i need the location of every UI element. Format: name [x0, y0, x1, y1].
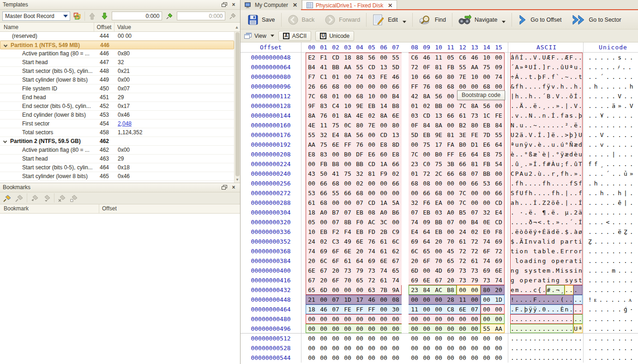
ascii-char[interactable]: . — [524, 82, 528, 91]
template-row[interactable]: File system ID4500x07 — [0, 84, 234, 93]
hex-row-ascii[interactable]: tion table.Error — [508, 246, 584, 256]
ascii-char[interactable]: t — [533, 246, 537, 256]
hex-byte[interactable]: 0F — [421, 62, 433, 72]
ascii-char[interactable] — [560, 275, 565, 285]
hex-byte[interactable]: 69 — [481, 266, 493, 275]
hex-byte[interactable]: 00 — [481, 198, 493, 208]
hex-byte[interactable]: 68 — [354, 188, 366, 198]
ascii-char[interactable]: . — [560, 53, 565, 62]
ascii-char[interactable]: C — [510, 169, 515, 179]
hex-byte[interactable]: A0 — [378, 208, 390, 217]
hex-byte[interactable]: 6E — [306, 266, 318, 275]
ascii-char[interactable]: Z — [542, 198, 547, 208]
hex-byte[interactable]: 76 — [318, 111, 330, 120]
hex-byte[interactable]: 00 — [421, 353, 433, 363]
hex-row-bytes[interactable]: 0500078BF0AC3C007409BB0700B40ECD — [301, 217, 508, 227]
hex-row-ascii[interactable]: ................ — [508, 343, 584, 353]
ascii-char[interactable]: r — [551, 169, 555, 179]
column-header-name[interactable]: Name — [0, 23, 94, 31]
hex-byte[interactable]: 00 — [493, 343, 505, 353]
ascii-char[interactable]: . — [560, 91, 565, 101]
hex-byte[interactable]: 8A — [306, 111, 318, 120]
hex-row[interactable]: 000000004482100071D174600080000002811000… — [241, 295, 638, 304]
ascii-char[interactable]: . — [578, 82, 583, 91]
ascii-char[interactable]: . — [510, 111, 515, 120]
hex-row-ascii[interactable]: ng system.Missin — [508, 266, 584, 275]
ascii-char[interactable]: ÿ — [528, 304, 533, 314]
hex-row[interactable]: 000000004006E672073797374656D004D6973736… — [241, 266, 638, 275]
ascii-char[interactable]: n — [510, 266, 515, 275]
ascii-char[interactable]: ß — [528, 149, 533, 159]
ascii-char[interactable]: . — [537, 304, 542, 314]
scroll-down-icon[interactable]: ▼ — [235, 177, 239, 183]
hex-byte[interactable]: 07 — [330, 295, 342, 304]
ascii-char[interactable]: ô — [569, 91, 573, 101]
template-row[interactable]: (reserved)44400 00 — [0, 32, 234, 41]
hex-byte[interactable]: EA — [433, 198, 445, 208]
ascii-char[interactable]: Í — [573, 91, 578, 101]
hex-byte[interactable]: 00 — [481, 334, 493, 343]
hex-row-ascii[interactable]: .F.þÿÿ.0...Èn... — [508, 304, 584, 314]
hex-byte[interactable]: 79 — [354, 266, 366, 275]
hex-byte[interactable]: 00 — [493, 304, 505, 314]
hex-row[interactable]: 000000002725366556668000000006668007C000… — [241, 188, 638, 198]
ascii-char[interactable]: a — [537, 237, 542, 246]
hex-byte[interactable]: 73 — [469, 111, 481, 120]
hex-byte[interactable]: 6C — [409, 246, 421, 256]
ascii-char[interactable]: . — [551, 343, 555, 353]
hex-byte[interactable]: 80 — [481, 285, 493, 295]
hex-byte[interactable]: 00 — [378, 295, 390, 304]
hex-byte[interactable]: EB — [433, 227, 445, 237]
ascii-char[interactable]: . — [515, 314, 519, 324]
hex-row-ascii[interactable]: .û¸.»Í.f#Àu;f.ûT — [508, 159, 584, 169]
ascii-char[interactable]: . — [565, 353, 569, 363]
hex-byte[interactable]: 83 — [318, 149, 330, 159]
ascii-char[interactable]: < — [537, 217, 542, 227]
hex-byte[interactable]: 00 — [469, 334, 481, 343]
ascii-char[interactable]: . — [573, 295, 578, 304]
hex-byte[interactable]: 46 — [366, 295, 378, 304]
hex-row[interactable]: 0000000041667206F7065726174696E672073797… — [241, 275, 638, 285]
hex-byte[interactable]: 00 — [378, 314, 390, 324]
hex-byte[interactable]: B0 — [433, 149, 445, 159]
hex-byte[interactable]: 73 — [342, 266, 354, 275]
hex-byte[interactable]: 26 — [306, 82, 318, 91]
ascii-char[interactable]: . — [560, 314, 565, 324]
ascii-char[interactable]: . — [533, 82, 537, 91]
ascii-char[interactable]: S — [573, 179, 578, 188]
view-button[interactable]: View — [244, 33, 274, 39]
ascii-char[interactable]: h — [519, 82, 524, 91]
ascii-char[interactable]: u — [515, 140, 519, 149]
hex-row-offset[interactable]: 00000000320 — [241, 217, 301, 227]
hex-byte[interactable]: 84 — [421, 285, 433, 295]
ascii-char[interactable]: r — [569, 246, 573, 256]
ascii-char[interactable]: . — [528, 334, 533, 343]
ascii-char[interactable]: . — [546, 295, 551, 304]
ascii-char[interactable]: . — [524, 285, 528, 295]
hex-byte[interactable]: 00 — [390, 353, 402, 363]
hex-byte[interactable]: 68 — [318, 198, 330, 208]
hex-byte[interactable]: 00 — [481, 304, 493, 314]
ascii-char[interactable]: . — [569, 188, 573, 198]
hex-byte[interactable]: 55 — [493, 130, 505, 140]
ascii-char[interactable]: a — [524, 256, 528, 266]
ascii-char[interactable]: r — [569, 237, 573, 246]
hex-byte[interactable]: 20 — [493, 285, 505, 295]
hex-row-offset[interactable]: 00000000144 — [241, 111, 301, 120]
ascii-char[interactable]: þ — [524, 304, 528, 314]
templates-float-icon[interactable] — [221, 1, 228, 8]
hex-byte[interactable]: 49 — [342, 237, 354, 246]
hex-row[interactable]: 00000000240435041753281F90201722C666807B… — [241, 169, 638, 179]
hex-byte[interactable]: 20 — [330, 266, 342, 275]
hex-row[interactable]: 0000000030418A0B707EB08A0B607EB03A0B5073… — [241, 208, 638, 217]
ascii-char[interactable]: . — [524, 208, 528, 217]
ascii-char[interactable]: ä — [546, 227, 551, 237]
hex-byte[interactable]: FF — [445, 149, 457, 159]
hex-byte[interactable]: 64 — [421, 227, 433, 237]
ascii-char[interactable]: f — [578, 179, 583, 188]
hex-byte[interactable]: 00 — [366, 314, 378, 324]
ascii-char[interactable]: h — [528, 188, 533, 198]
hex-byte[interactable]: 00 — [481, 314, 493, 324]
hex-byte[interactable]: 65 — [421, 246, 433, 256]
ascii-char[interactable]: ´ — [510, 62, 515, 72]
